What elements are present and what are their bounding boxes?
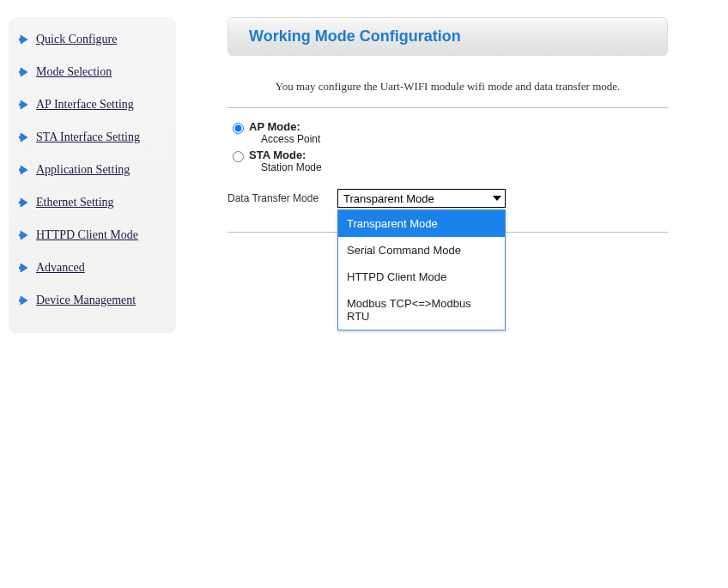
sidebar-item-label: STA Interface Setting bbox=[36, 130, 140, 144]
arrow-right-icon bbox=[19, 197, 31, 209]
svg-rect-9 bbox=[19, 169, 22, 172]
dropdown-option-httpd-client[interactable]: HTTPD Client Mode bbox=[338, 264, 505, 290]
sidebar-item-label: Quick Configure bbox=[36, 33, 117, 46]
sidebar-item-label: Device Management bbox=[36, 294, 136, 307]
sidebar-item-advanced[interactable]: Advanced bbox=[19, 261, 166, 275]
data-transfer-label: Data Transfer Mode bbox=[228, 192, 337, 204]
arrow-right-icon bbox=[19, 66, 31, 78]
sidebar-item-quick-configure[interactable]: Quick Configure bbox=[19, 33, 166, 46]
sta-mode-sublabel: Station Mode bbox=[261, 161, 322, 173]
sidebar-item-device-management[interactable]: Device Management bbox=[19, 294, 166, 307]
arrow-right-icon bbox=[19, 131, 31, 143]
svg-rect-5 bbox=[19, 104, 22, 106]
ap-mode-row[interactable]: AP Mode: Access Point bbox=[233, 120, 668, 145]
sidebar-item-label: Mode Selection bbox=[36, 65, 112, 79]
svg-rect-11 bbox=[19, 202, 22, 204]
data-transfer-dropdown: Transparent Mode Serial Command Mode HTT… bbox=[337, 209, 506, 330]
sidebar-item-label: Ethernet Setting bbox=[36, 196, 114, 209]
sidebar-item-label: AP Interface Setting bbox=[36, 98, 134, 112]
divider bbox=[228, 107, 668, 108]
chevron-down-icon bbox=[493, 196, 501, 201]
data-transfer-select[interactable]: Transparent Mode bbox=[337, 189, 506, 208]
svg-rect-13 bbox=[19, 234, 22, 237]
arrow-right-icon bbox=[19, 262, 31, 274]
sidebar-item-ap-interface[interactable]: AP Interface Setting bbox=[19, 98, 166, 112]
sidebar: Quick Configure Mode Selection AP Interf… bbox=[9, 17, 176, 333]
sidebar-item-sta-interface[interactable]: STA Interface Setting bbox=[19, 130, 166, 144]
arrow-right-icon bbox=[19, 294, 31, 306]
svg-rect-17 bbox=[19, 300, 22, 302]
sidebar-item-application-setting[interactable]: Application Setting bbox=[19, 163, 166, 177]
ap-mode-radio[interactable] bbox=[233, 123, 244, 134]
arrow-right-icon bbox=[19, 33, 31, 45]
dropdown-option-modbus[interactable]: Modbus TCP<=>Modbus RTU bbox=[338, 290, 505, 330]
sidebar-item-label: Advanced bbox=[36, 261, 85, 275]
mode-radio-group: AP Mode: Access Point STA Mode: Station … bbox=[233, 120, 668, 173]
page-title: Working Mode Configuration bbox=[249, 27, 646, 45]
sta-mode-radio[interactable] bbox=[233, 151, 244, 162]
svg-rect-1 bbox=[19, 39, 22, 41]
ap-mode-sublabel: Access Point bbox=[261, 133, 320, 145]
sta-mode-label: STA Mode: bbox=[249, 149, 322, 161]
page-description: You may configure the Uart-WIFI module w… bbox=[228, 80, 668, 94]
svg-rect-7 bbox=[19, 136, 22, 139]
svg-rect-3 bbox=[19, 71, 22, 74]
dropdown-option-serial-command[interactable]: Serial Command Mode bbox=[338, 237, 505, 264]
data-transfer-row: Data Transfer Mode Transparent Mode Tran… bbox=[228, 189, 668, 208]
sidebar-item-mode-selection[interactable]: Mode Selection bbox=[19, 65, 166, 79]
sidebar-item-httpd-client[interactable]: HTTPD Client Mode bbox=[19, 228, 166, 242]
svg-rect-15 bbox=[19, 267, 22, 270]
ap-mode-label: AP Mode: bbox=[249, 120, 320, 133]
page-header: Working Mode Configuration bbox=[228, 17, 668, 56]
arrow-right-icon bbox=[19, 229, 31, 241]
main-content: Working Mode Configuration You may confi… bbox=[228, 17, 719, 333]
arrow-right-icon bbox=[19, 99, 31, 111]
arrow-right-icon bbox=[19, 164, 31, 176]
sidebar-item-label: HTTPD Client Mode bbox=[36, 228, 138, 242]
select-value: Transparent Mode bbox=[343, 192, 434, 205]
sta-mode-row[interactable]: STA Mode: Station Mode bbox=[233, 149, 668, 173]
sidebar-item-label: Application Setting bbox=[36, 163, 130, 177]
dropdown-option-transparent[interactable]: Transparent Mode bbox=[338, 210, 505, 237]
sidebar-item-ethernet-setting[interactable]: Ethernet Setting bbox=[19, 196, 166, 209]
